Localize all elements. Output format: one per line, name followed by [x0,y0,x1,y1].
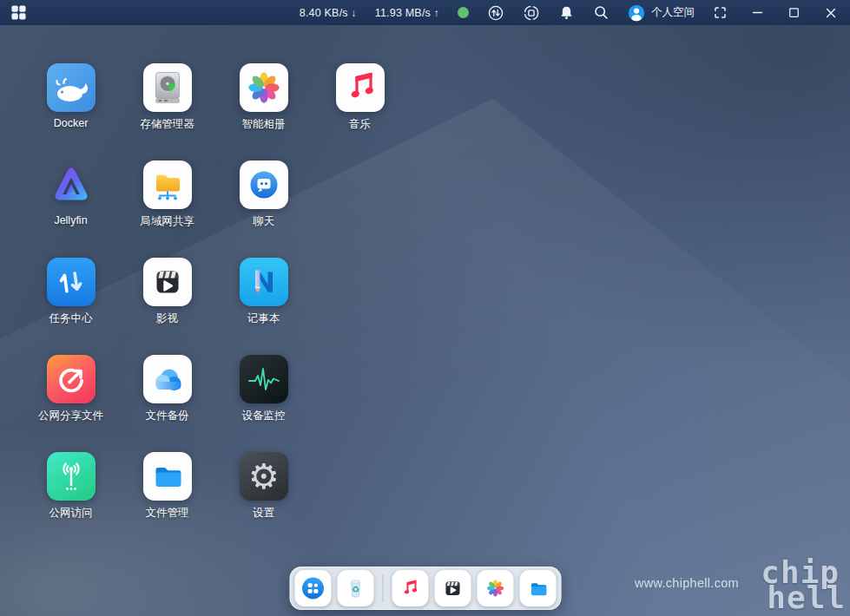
close-icon [824,6,838,20]
blue-folder-icon [143,452,192,501]
dock-item-music[interactable] [392,570,428,606]
dock-item-photos[interactable] [477,570,513,606]
jellyfin-triangle-icon [47,161,96,209]
fullscreen-button[interactable] [713,5,728,20]
apps-grid-button[interactable] [10,4,27,21]
watermark-url: www.chiphell.com [635,576,739,590]
upload-speed: 11.93 MB/s ↑ [375,7,439,19]
search-icon [593,4,609,21]
desktop-icon-label: 智能相册 [242,117,286,132]
dock-item-recycle-bin[interactable]: ♻ [337,570,373,606]
download-arrow-icon: ↓ [352,8,357,18]
upload-arrow-icon: ↑ [434,8,439,18]
music-note-icon [336,63,385,112]
clapperboard-icon [143,258,192,306]
fullscreen-icon [713,5,728,20]
desktop-icon-device-monitor[interactable]: 设备监控 [215,344,312,442]
desktop-icon-docker[interactable]: Docker [23,53,119,150]
desktop-icon-chat[interactable]: 聊天 [215,150,312,247]
ecg-monitor-icon [240,355,288,403]
sync-button[interactable] [523,4,540,22]
desktop-icon-label: 记事本 [247,311,280,326]
antenna-signal-icon [47,452,96,501]
chiphell-logo: chip hell [761,560,840,611]
desktop-icon-label: 聊天 [253,214,274,229]
maximize-icon [787,6,801,19]
desktop-icon-label: 任务中心 [49,311,93,326]
network-transfer-icon [487,4,504,22]
dock-item-app-center[interactable] [294,570,331,606]
download-speed-value: 8.40 KB/s [300,7,348,19]
desktop-icon-lan-share[interactable]: 局域网共享 [119,150,215,247]
desktop-icon-label: 局域网共享 [140,214,194,229]
network-transfer-button[interactable] [487,4,504,22]
bell-icon [558,4,575,21]
blue-folder-icon [524,575,550,601]
desktop-icon-jellyfin[interactable]: Jellyfin [23,150,119,247]
svg-text:♻: ♻ [351,584,359,594]
desktop-icon-label: 文件管理 [146,506,189,521]
user-menu-button[interactable]: 个人空间 [628,4,695,22]
recycle-bin-icon: ♻ [342,575,368,601]
desktop-icon-label: 音乐 [349,117,371,132]
desktop-icon-label: 文件备份 [146,409,189,423]
desktop-icon-label: 设置 [253,506,274,521]
desktop-icon-grid: Docker 存储管理器 [23,53,408,539]
sync-icon [523,4,540,22]
clapperboard-icon [439,575,465,601]
desktop-icon-file-backup[interactable]: 文件备份 [119,344,215,442]
desktop-icon-storage-manager[interactable]: 存储管理器 [119,53,215,150]
hard-drive-icon [143,63,192,112]
top-bar-right-cluster: 8.40 KB/s ↓ 11.93 MB/s ↑ [300,4,838,22]
photos-pinwheel-icon [482,575,508,601]
docker-whale-icon [47,63,96,112]
apps-grid-icon [10,4,27,21]
desktop-icon-movies[interactable]: 影视 [119,247,215,344]
desktop-icon-notebook[interactable]: 记事本 [215,247,312,344]
nas-desktop-screen: 8.40 KB/s ↓ 11.93 MB/s ↑ [0,0,850,616]
desktop-icon-label: 存储管理器 [140,117,194,132]
search-button[interactable] [593,4,609,21]
maximize-button[interactable] [787,6,801,19]
notebook-pencil-icon [240,258,288,306]
desktop-icon-label: Jellyfin [54,214,87,226]
dock: ♻ [289,567,561,610]
desktop-icon-label: 公网访问 [49,506,93,521]
status-dot-icon [458,7,469,18]
photos-pinwheel-icon [240,63,288,112]
desktop-icon-file-manager[interactable]: 文件管理 [119,442,215,539]
upload-speed-value: 11.93 MB/s [375,7,431,19]
minimize-icon [751,6,764,19]
minimize-button[interactable] [751,6,764,19]
desktop-icon-settings[interactable]: ⚙ 设置 [215,442,312,539]
desktop-icon-label: Docker [54,117,89,129]
dock-item-file-manager[interactable] [519,570,556,606]
shared-folder-icon [143,161,192,209]
window-controls [751,6,838,20]
user-label: 个人空间 [651,5,695,20]
user-avatar-icon [628,4,645,22]
desktop-icon-task-center[interactable]: 任务中心 [23,247,119,344]
download-speed: 8.40 KB/s ↓ [300,7,357,19]
chiphell-logo-bottom: hell [767,585,846,611]
gear-icon: ⚙ [240,452,288,501]
transfer-arrows-icon [47,258,96,306]
svg-text:⚙: ⚙ [248,456,280,496]
desktop-icon-music[interactable]: 音乐 [312,53,408,150]
notifications-button[interactable] [558,4,575,21]
desktop-icon-public-access[interactable]: 公网访问 [23,442,119,539]
desktop-icon-smart-album[interactable]: 智能相册 [215,53,312,150]
chat-bubble-icon [240,161,288,209]
dock-divider [382,574,383,602]
top-bar: 8.40 KB/s ↓ 11.93 MB/s ↑ [0,0,850,25]
app-center-icon [300,575,326,601]
share-arrow-icon [47,355,96,403]
music-note-icon [397,575,423,601]
desktop-icon-label: 公网分享文件 [38,409,103,423]
cloud-backup-icon [143,355,192,403]
desktop-icon-label: 影视 [156,311,178,326]
desktop-icon-public-share[interactable]: 公网分享文件 [23,344,119,442]
dock-item-movies[interactable] [434,570,471,606]
close-button[interactable] [824,6,838,20]
desktop-icon-label: 设备监控 [242,409,286,423]
